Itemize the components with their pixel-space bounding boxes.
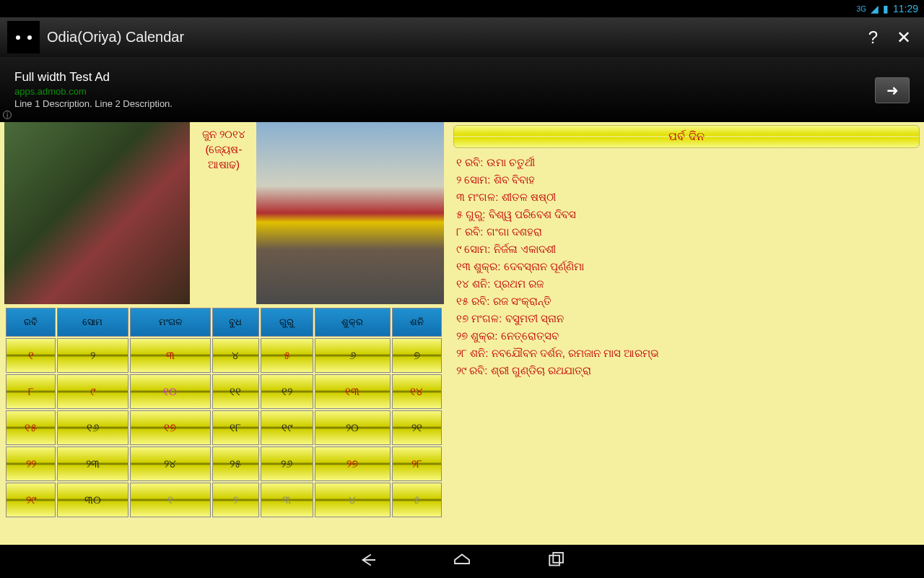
decorative-image-left [4, 122, 190, 304]
calendar-day[interactable]: ୨୭ [315, 447, 391, 481]
navigation-bar [0, 545, 924, 578]
festival-item: ୯ ସୋମ: ନିର୍ଜଳା ଏକାଦଶୀ [456, 241, 915, 258]
calendar-day[interactable]: ୨୬ [261, 447, 313, 481]
calendar-day[interactable]: ୯ [57, 374, 128, 409]
festival-item: ୧୭ ମଂଗଳ: ବସୁମତୀ ସ୍ନାନ [456, 310, 915, 327]
weekday-header: ମଂଗଳ [130, 308, 211, 337]
battery-icon: ▮ [883, 3, 889, 14]
close-button[interactable]: ✕ [891, 27, 917, 48]
calendar-day[interactable]: ୨୨ [6, 447, 56, 481]
weekday-header: ରବି [6, 308, 56, 337]
month-name: ଜୁନ ୨୦୧୪ [193, 126, 255, 142]
calendar-day[interactable]: ୧୭ [130, 410, 211, 445]
calendar-day[interactable]: ୪ [315, 483, 391, 517]
weekday-header: ଶୁକ୍ର [315, 308, 391, 337]
calendar-day[interactable]: ୧୬ [57, 410, 128, 445]
calendar-day[interactable]: ୧୮ [212, 410, 260, 445]
network-icon: 3G [857, 5, 866, 13]
month-label: ଜୁନ ୨୦୧୪ (ଜ୍ୟେଷ-ଆଷାଢ) [191, 122, 256, 306]
calendar-day[interactable]: ୮ [6, 374, 56, 409]
calendar-day[interactable]: ୨୧ [392, 410, 442, 445]
calendar-day[interactable]: ୧ [130, 483, 211, 517]
calendar-day[interactable]: ୫ [261, 338, 313, 373]
calendar-day[interactable]: ୫ [392, 483, 442, 517]
app-title: Odia(Oriya) Calendar [47, 29, 184, 46]
festival-list: ୧ ରବି: ଉମା ଚତୁର୍ଥୀ୨ ସୋମ: ଶିବ ବିବାହ୩ ମଂଗଳ… [452, 154, 920, 379]
ad-url: apps.admob.com [14, 86, 173, 97]
weekday-header: ଗୁରୁ [261, 308, 313, 337]
festival-item: ୧୫ ରବି: ରଜ ସଂକ୍ରାନ୍ତି [456, 293, 915, 310]
festival-panel: ପର୍ବ ଦିନ ୧ ରବି: ଉମା ଚତୁର୍ଥୀ୨ ସୋମ: ଶିବ ବି… [448, 122, 924, 545]
calendar-day[interactable]: ୪ [212, 338, 260, 373]
back-button[interactable] [357, 549, 379, 574]
calendar-grid: ରବିସୋମମଂଗଳବୁଧଗୁରୁଶୁକ୍ରଶନି ୧୨୩୪୫୬୭୮୯୧୦୧୧୧… [4, 306, 443, 519]
calendar-day[interactable]: ୨୯ [6, 483, 56, 517]
ad-title: Full width Test Ad [14, 70, 173, 85]
svg-rect-0 [549, 556, 559, 566]
weekday-header: ବୁଧ [212, 308, 260, 337]
calendar-day[interactable]: ୧୯ [261, 410, 313, 445]
calendar-day[interactable]: ୧୨ [261, 374, 313, 409]
festival-item: ୨ ସୋମ: ଶିବ ବିବାହ [456, 171, 915, 189]
calendar-day[interactable]: ୨ [57, 338, 128, 373]
calendar-day[interactable]: ୩ [261, 483, 313, 517]
calendar-day[interactable]: ୭ [392, 338, 442, 373]
weekday-header: ଶନି [392, 308, 442, 337]
calendar-day[interactable]: ୨ [212, 483, 260, 517]
recent-apps-button[interactable] [545, 549, 567, 574]
clock: 11:29 [893, 3, 918, 14]
weekday-header: ସୋମ [57, 308, 128, 337]
app-logo [7, 21, 40, 53]
festival-item: ୨୯ ରବି: ଶ୍ରୀ ଗୁଣ୍ଡିଚା ରଥଯାତ୍ରା [456, 362, 915, 379]
calendar-day[interactable]: ୨୫ [212, 447, 260, 481]
calendar-day[interactable]: ୨୩ [57, 447, 128, 481]
title-bar: Odia(Oriya) Calendar ? ✕ [0, 17, 924, 57]
ad-description: Line 1 Description. Line 2 Description. [14, 98, 173, 109]
calendar-day[interactable]: ୧୦ [130, 374, 211, 409]
ad-arrow-button[interactable]: ➜ [875, 77, 910, 103]
festival-item: ୨୮ ଶନି: ନବଯୌବନ ଦର୍ଶନ, ରମଜାନ ମାସ ଆରମ୍ଭ [456, 345, 915, 362]
svg-rect-1 [553, 553, 563, 563]
calendar-day[interactable]: ୩ [130, 338, 211, 373]
signal-icon: ◢ [871, 3, 879, 14]
calendar-day[interactable]: ୨୮ [392, 447, 442, 481]
calendar-day[interactable]: ୧ [6, 338, 56, 373]
status-bar: 3G ◢ ▮ 11:29 [0, 0, 924, 17]
calendar-day[interactable]: ୧୩ [315, 374, 391, 409]
calendar-day[interactable]: ୬ [315, 338, 391, 373]
calendar-panel: ଜୁନ ୨୦୧୪ (ଜ୍ୟେଷ-ଆଷାଢ) ରବିସୋମମଂଗଳବୁଧଗୁରୁଶ… [0, 122, 448, 545]
festival-item: ୧୩ ଶୁକ୍ର: ଦେବସ୍ନାନ ପୂର୍ଣ୍ଣିମା [456, 258, 915, 275]
calendar-day[interactable]: ୨୪ [130, 447, 211, 481]
ad-banner[interactable]: i Full width Test Ad apps.admob.com Line… [0, 57, 924, 122]
festival-header: ପର୍ବ ଦିନ [453, 125, 920, 148]
festival-item: ୧୪ ଶନି: ପ୍ରଥମ ରଜ [456, 275, 915, 293]
calendar-day[interactable]: ୩୦ [57, 483, 128, 517]
ad-info-icon[interactable]: i [3, 111, 12, 119]
festival-item: ୩ ମଂଗଳ: ଶୀତଳ ଷଷ୍ଠୀ [456, 189, 915, 206]
month-sub: (ଜ୍ୟେଷ-ଆଷାଢ) [193, 142, 255, 172]
calendar-day[interactable]: ୧୫ [6, 410, 56, 445]
content-area: ଜୁନ ୨୦୧୪ (ଜ୍ୟେଷ-ଆଷାଢ) ରବିସୋମମଂଗଳବୁଧଗୁରୁଶ… [0, 122, 924, 545]
help-button[interactable]: ? [863, 27, 884, 48]
calendar-day[interactable]: ୨୦ [315, 410, 391, 445]
home-button[interactable] [451, 549, 473, 574]
festival-item: ୧ ରବି: ଉମା ଚତୁର୍ଥୀ [456, 154, 915, 171]
festival-item: ୫ ଗୁରୁ: ବିଶ୍ୱ ପରିବେଶ ଦିବସ [456, 206, 915, 223]
calendar-day[interactable]: ୧୧ [212, 374, 260, 409]
festival-item: ୮ ରବି: ଗଂଗା ଦଶହରା [456, 223, 915, 241]
festival-item: ୨୭ ଶୁକ୍ର: ନେତ୍ରୋତ୍ସବ [456, 327, 915, 345]
decorative-image-right [256, 122, 444, 304]
calendar-day[interactable]: ୧୪ [392, 374, 442, 409]
